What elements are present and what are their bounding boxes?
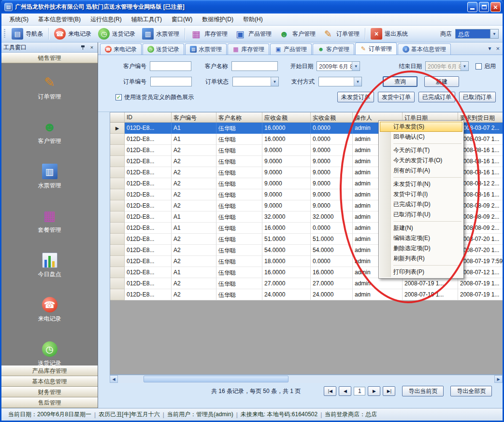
column-header[interactable]: 实收金额 [311,113,353,122]
chevron-down-icon[interactable]: ▼ [354,77,361,86]
tab-label: 送货记录 [156,45,179,54]
toolbar-button[interactable]: ◷送货记录 [95,27,139,41]
tab-active[interactable]: ✎订单管理 [355,42,397,55]
toolbar-button[interactable]: ✎订单管理 [319,27,363,41]
status-filter-button[interactable]: 已完成订单 [418,92,455,102]
horizontal-scrollbar[interactable]: ◀ ▶ [110,375,503,383]
column-header[interactable]: 要求到货日期 [458,113,503,122]
context-menu-item[interactable]: 回单确认(C) [380,132,462,142]
sidebar-group-button[interactable]: 产品库存管理 [1,366,98,376]
context-menu-item[interactable]: 已完成订单(D) [380,199,462,210]
tab-item[interactable]: i基本信息管理 [398,43,451,55]
sidebar-item[interactable]: ▥水票管理 [1,159,98,195]
menu-item[interactable]: 系统(S) [4,14,33,25]
sidebar-group-button[interactable]: 财务管理 [1,387,98,397]
sidebar-item[interactable]: ☻客户管理 [1,114,98,150]
context-menu-item[interactable]: 编辑选定项(E) [380,233,462,243]
context-menu-item[interactable]: 订单发货(S) [380,122,462,132]
chevron-down-icon[interactable]: ▼ [490,29,498,38]
sidebar-item[interactable]: 今日盘点 [1,248,98,283]
toolbar-button[interactable]: ▥水票管理 [139,27,183,41]
sidebar-item[interactable]: ◷送货记录 [1,337,98,366]
sidebar-item[interactable]: ✎订单管理 [1,70,98,106]
pagination-bar: 共 16 条记录，每页 50 条，共 1 页 |◀ ◀ 1 ▶ ▶| 导出当前页… [98,383,503,399]
sidebar-group-button[interactable]: 售后管理 [1,397,98,408]
sidebar-item[interactable]: ☎来电记录 [1,292,98,328]
status-filter-button[interactable]: 未发货订单 [337,92,374,102]
menu-item[interactable]: 数据维护(D) [197,14,238,25]
pin-button[interactable] [79,44,86,51]
end-date-picker[interactable]: 2009年 6月 8日 ▼ [425,61,469,71]
close-button[interactable]: × [490,2,501,12]
tab-item[interactable]: ☎来电记录 [100,43,142,55]
table-row[interactable]: 012D-E8...A2伍华聪27.000027.0000admin2008-0… [110,278,503,289]
menu-item[interactable]: 窗口(W) [167,14,197,25]
tab-close-icon[interactable]: × [496,45,500,52]
chevron-down-icon[interactable]: ▼ [352,62,360,70]
context-menu-item[interactable]: 已取消订单(U) [380,210,462,220]
context-menu-item[interactable]: 删除选定项(D) [380,243,462,253]
first-page-button[interactable]: |◀ [324,386,336,396]
sidebar-close-button[interactable]: × [88,44,96,51]
menu-item[interactable]: 运行信息(R) [86,14,127,25]
sidebar-group-button[interactable]: 基本信息管理 [1,376,98,387]
context-menu-item[interactable]: 新建(N) [380,223,462,233]
context-menu-item[interactable]: 打印列表(P) [380,267,462,277]
export-all-pages-button[interactable]: 导出全部页 [450,386,492,396]
last-page-button[interactable]: ▶| [383,386,395,396]
customer-name-input[interactable] [231,61,278,71]
sidebar-item[interactable]: ▦套餐管理 [1,203,98,239]
start-date-picker[interactable]: 2009年 6月 8日 ▼ [317,61,360,71]
export-current-page-button[interactable]: 导出当前页 [402,386,444,396]
column-header[interactable]: 客户名称 [216,113,262,122]
page-number-input[interactable]: 1 [354,387,365,395]
status-filter-button[interactable]: 发货中订单 [378,92,415,102]
context-menu-item[interactable]: 今天的订单(T) [380,145,462,155]
menu-item[interactable]: 基本信息管理(B) [33,14,86,25]
tab-list-chevron-down-icon[interactable]: ▼ [488,46,492,51]
tab-item[interactable]: ▥水票管理 [185,43,227,55]
prev-page-button[interactable]: ◀ [339,386,351,396]
toolbar-button[interactable]: ☎来电记录 [51,27,95,41]
chevron-down-icon[interactable]: ▼ [271,77,278,86]
table-row[interactable]: 012D-E8...A2伍华聪24.000024.0000admin2008-0… [110,289,503,300]
scroll-right-icon[interactable]: ▶ [494,375,503,383]
toolbar-button[interactable]: ▣产品管理 [231,27,275,41]
delivery-color-checkbox[interactable]: ✓ [115,94,122,100]
chevron-down-icon[interactable]: ▼ [461,62,468,70]
sidebar-group-sales[interactable]: 销售管理 [1,53,98,63]
maximize-button[interactable] [479,2,489,12]
column-header[interactable]: 客户编号 [172,113,216,122]
scrollbar-thumb[interactable] [144,376,288,382]
store-combobox[interactable]: 总店 ▼ [455,29,499,39]
toolbar-button[interactable]: ▤导航条 [8,27,46,41]
order-status-select[interactable]: ▼ [232,77,279,86]
menu-item[interactable]: 辅助工具(T) [127,14,167,25]
menu-item[interactable]: 帮助(H) [238,14,268,25]
toolbar-button[interactable]: ▦库存管理 [187,27,231,41]
column-header[interactable]: 应收金额 [262,113,311,122]
context-menu-item[interactable]: 今天的发货订单(O) [380,155,462,166]
minimize-button[interactable] [467,2,477,12]
pay-method-select[interactable]: ▼ [318,77,362,86]
scroll-left-icon[interactable]: ◀ [110,375,118,383]
order-no-input[interactable] [150,77,192,86]
context-menu-item[interactable]: 未发货订单(N) [380,179,462,189]
status-filter-button[interactable]: 已取消订单 [459,92,496,102]
next-page-button[interactable]: ▶ [368,386,380,396]
water-ticket-icon: ▥ [42,164,58,179]
tab-item[interactable]: ▦库存管理 [228,43,269,55]
context-menu-item[interactable]: 刷新列表(R) [380,253,462,264]
context-menu-item[interactable]: 所有的订单(A) [380,166,462,176]
enable-checkbox[interactable] [475,63,482,70]
query-button[interactable]: 查询 [383,76,418,87]
tab-item[interactable]: ◷送货记录 [143,43,184,55]
customer-no-input[interactable] [150,61,191,71]
context-menu-item[interactable]: 发货中订单(I) [380,189,462,199]
tab-item[interactable]: ▣产品管理 [270,43,312,55]
tab-item[interactable]: ☻客户管理 [313,43,354,55]
column-header[interactable]: ID [125,113,172,122]
toolbar-button[interactable]: ×退出系统 [367,27,411,41]
toolbar-button[interactable]: ☻客户管理 [275,27,319,41]
new-button[interactable]: 新建 [424,76,459,87]
